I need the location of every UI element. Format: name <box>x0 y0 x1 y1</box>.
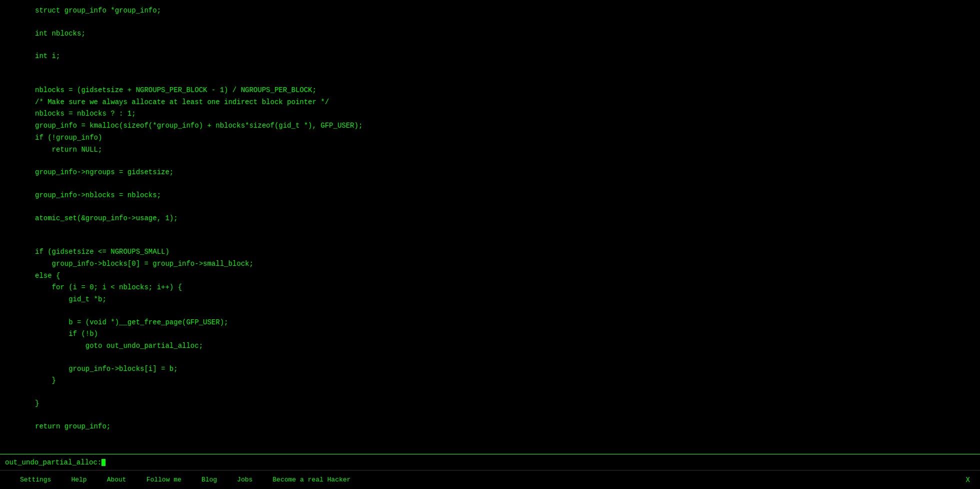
help-link[interactable]: Help <box>61 476 96 483</box>
hacker-link[interactable]: Become a real Hacker <box>262 476 360 483</box>
code-line: gid_t *b; <box>0 294 980 306</box>
code-line: group_info->blocks[0] = group_info->smal… <box>0 258 980 270</box>
footer: SettingsHelpAboutFollow meBlogJobsBecome… <box>0 470 980 489</box>
status-bar: out_undo_partial_alloc: <box>0 454 980 470</box>
code-line <box>0 387 980 398</box>
code-line <box>0 40 980 51</box>
code-line <box>0 156 980 167</box>
code-line: int i; <box>0 51 980 63</box>
code-line <box>0 179 980 190</box>
about-link[interactable]: About <box>97 476 136 483</box>
code-line <box>0 433 980 444</box>
code-line: atomic_set(&group_info->usage, 1); <box>0 213 980 225</box>
code-line: return group_info; <box>0 421 980 433</box>
cursor <box>102 459 106 466</box>
code-area: struct group_info *group_info;int nblock… <box>0 0 980 454</box>
code-line: /* Make sure we always allocate at least… <box>0 97 980 109</box>
code-line: return NULL; <box>0 144 980 156</box>
code-line: if (gidsetsize <= NGROUPS_SMALL) <box>0 246 980 258</box>
status-text: out_undo_partial_alloc: <box>5 458 102 466</box>
code-line <box>0 74 980 85</box>
follow-link[interactable]: Follow me <box>136 476 192 483</box>
code-line <box>0 306 980 317</box>
code-line <box>0 224 980 235</box>
blog-link[interactable]: Blog <box>192 476 227 483</box>
code-line <box>0 352 980 363</box>
code-line: int nblocks; <box>0 28 980 40</box>
code-line: group_info->blocks[i] = b; <box>0 363 980 375</box>
code-line <box>0 202 980 213</box>
code-line <box>0 63 980 74</box>
code-line: nblocks = nblocks ? : 1; <box>0 108 980 120</box>
code-line: nblocks = (gidsetsize + NGROUPS_PER_BLOC… <box>0 85 980 97</box>
code-line: group_info->ngroups = gidsetsize; <box>0 167 980 179</box>
code-line: group_info->nblocks = nblocks; <box>0 190 980 202</box>
code-line: goto out_undo_partial_alloc; <box>0 340 980 352</box>
code-line: b = (void *)__get_free_page(GFP_USER); <box>0 317 980 329</box>
settings-link[interactable]: Settings <box>10 476 61 483</box>
code-line <box>0 17 980 28</box>
code-line: } <box>0 398 980 410</box>
code-line <box>0 410 980 421</box>
jobs-link[interactable]: Jobs <box>227 476 262 483</box>
code-line: if (!group_info) <box>0 132 980 144</box>
code-line: struct group_info *group_info; <box>0 5 980 17</box>
code-line: } <box>0 375 980 387</box>
code-line: group_info = kmalloc(sizeof(*group_info)… <box>0 120 980 132</box>
code-line: else { <box>0 270 980 282</box>
code-line: for (i = 0; i < nblocks; i++) { <box>0 282 980 294</box>
code-line <box>0 235 980 246</box>
close-button[interactable]: X <box>966 476 970 484</box>
code-line: if (!b) <box>0 328 980 340</box>
